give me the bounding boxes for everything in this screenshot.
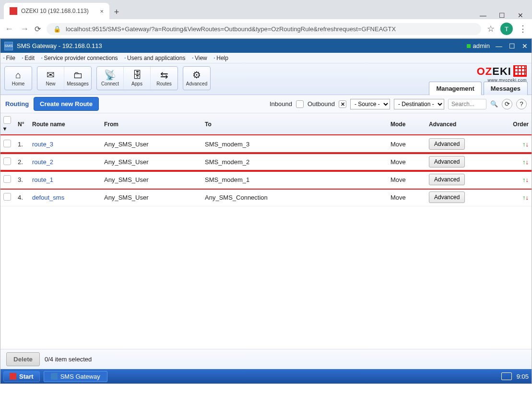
row-advanced-button[interactable]: Advanced bbox=[429, 174, 465, 185]
row-advanced-button[interactable]: Advanced bbox=[429, 192, 465, 203]
url-bar[interactable]: 🔒 localhost:9515/SMS+Gateway/?a=Routing&… bbox=[47, 23, 481, 35]
row-checkbox[interactable] bbox=[3, 157, 11, 165]
menu-users-apps[interactable]: Users and applications bbox=[125, 55, 186, 61]
table-row: 2.route_2Any_SMS_UserSMS_modem_2MoveAdva… bbox=[0, 153, 532, 171]
favicon-icon bbox=[10, 7, 17, 15]
tab-close-icon[interactable]: × bbox=[100, 8, 104, 15]
toolbar-new[interactable]: ✉New bbox=[37, 67, 64, 90]
row-advanced-button[interactable]: Advanced bbox=[429, 138, 465, 150]
keyboard-icon[interactable] bbox=[501, 372, 512, 380]
menu-edit[interactable]: Edit bbox=[22, 55, 35, 61]
row-to: SMS_modem_3 bbox=[202, 135, 388, 153]
row-to: SMS_modem_1 bbox=[202, 171, 388, 189]
order-down-icon[interactable]: ↓ bbox=[526, 194, 529, 201]
row-number: 1. bbox=[15, 135, 29, 153]
row-checkbox[interactable] bbox=[3, 140, 11, 147]
search-input[interactable] bbox=[448, 99, 486, 109]
menu-file[interactable]: File bbox=[3, 55, 15, 61]
toolbar-advanced[interactable]: ⚙Advanced bbox=[183, 67, 210, 90]
menu-help[interactable]: Help bbox=[214, 55, 228, 61]
app-title: SMS Gateway - 192.168.0.113 bbox=[17, 42, 102, 49]
taskbar: Start SMS Gateway 9:05 bbox=[0, 369, 532, 383]
refresh-icon[interactable]: ⟳ bbox=[502, 99, 512, 109]
inbound-label: Inbound bbox=[270, 100, 292, 108]
destination-select[interactable]: - Destination - bbox=[394, 99, 444, 109]
app-minimize-icon[interactable]: — bbox=[496, 42, 502, 50]
col-n[interactable]: N° bbox=[15, 113, 29, 135]
order-down-icon[interactable]: ↓ bbox=[526, 176, 529, 183]
row-mode: Move bbox=[388, 189, 426, 206]
col-route[interactable]: Route name bbox=[29, 113, 101, 135]
route-link[interactable]: route_2 bbox=[32, 158, 53, 166]
address-bar-row: ← → ⟳ 🔒 localhost:9515/SMS+Gateway/?a=Ro… bbox=[0, 19, 532, 38]
routes-table: ▾ N° Route name From To Mode Advanced Or… bbox=[0, 113, 532, 206]
toolbar-apps[interactable]: 🗄Apps bbox=[124, 67, 151, 90]
window-close-icon[interactable]: ✕ bbox=[518, 12, 523, 19]
reload-icon[interactable]: ⟳ bbox=[35, 24, 41, 34]
route-link[interactable]: route_3 bbox=[32, 141, 53, 148]
outbound-checkbox[interactable] bbox=[339, 100, 346, 108]
select-all-checkbox[interactable] bbox=[3, 116, 11, 124]
col-advanced[interactable]: Advanced bbox=[426, 113, 503, 135]
toolbar-messages[interactable]: 🗀Messages bbox=[64, 67, 91, 90]
window-minimize-icon[interactable]: — bbox=[480, 12, 486, 19]
tab-management[interactable]: Management bbox=[429, 82, 481, 95]
routes-table-wrap: ▾ N° Route name From To Mode Advanced Or… bbox=[0, 113, 532, 349]
browser-menu-icon[interactable]: ⋮ bbox=[519, 24, 527, 34]
start-button[interactable]: Start bbox=[3, 371, 40, 382]
footer-bar: Delete 0/4 item selected bbox=[0, 349, 532, 369]
col-mode[interactable]: Mode bbox=[388, 113, 426, 135]
order-down-icon[interactable]: ↓ bbox=[526, 158, 529, 166]
filter-bar: Routing Create new Route Inbound Outboun… bbox=[0, 95, 532, 113]
taskbar-app-button[interactable]: SMS Gateway bbox=[44, 371, 107, 382]
menu-bar: File Edit Service provider connections U… bbox=[0, 53, 532, 63]
row-checkbox[interactable] bbox=[3, 193, 11, 201]
col-from[interactable]: From bbox=[101, 113, 202, 135]
route-link[interactable]: defout_sms bbox=[32, 194, 64, 201]
row-checkbox[interactable] bbox=[3, 175, 11, 183]
taskbar-app-icon bbox=[51, 373, 58, 380]
menu-service-provider[interactable]: Service provider connections bbox=[41, 55, 118, 61]
help-icon[interactable]: ? bbox=[516, 99, 527, 109]
app-close-icon[interactable]: ✕ bbox=[522, 42, 528, 50]
row-mode: Move bbox=[388, 135, 426, 153]
grid-logo-icon bbox=[513, 65, 527, 77]
delete-button[interactable]: Delete bbox=[6, 352, 40, 366]
window-maximize-icon[interactable]: ☐ bbox=[499, 12, 505, 19]
row-advanced-button[interactable]: Advanced bbox=[429, 156, 465, 168]
col-to[interactable]: To bbox=[202, 113, 388, 135]
nav-forward-icon[interactable]: → bbox=[20, 24, 29, 34]
table-row: 1.route_3Any_SMS_UserSMS_modem_3MoveAdva… bbox=[0, 135, 532, 153]
browser-chrome: OZEKI 10 (192.168.0.113) × + — ☐ ✕ ← → ⟳… bbox=[0, 0, 532, 38]
menu-view[interactable]: View bbox=[192, 55, 207, 61]
header-sort-icon[interactable]: ▾ bbox=[3, 125, 6, 132]
browser-tab[interactable]: OZEKI 10 (192.168.0.113) × bbox=[4, 3, 109, 19]
content-tabs: Management Messages bbox=[427, 82, 528, 95]
toolbar-routes[interactable]: ⇆Routes bbox=[151, 67, 177, 90]
nav-buttons: ← → bbox=[5, 24, 29, 34]
row-to: SMS_modem_2 bbox=[202, 153, 388, 171]
tab-messages[interactable]: Messages bbox=[484, 82, 528, 95]
order-down-icon[interactable]: ↓ bbox=[526, 141, 529, 148]
app-window: SMS SMS Gateway - 192.168.0.113 admin — … bbox=[0, 38, 532, 384]
toolbar-connect[interactable]: 📡Connect bbox=[97, 67, 124, 90]
url-text: localhost:9515/SMS+Gateway/?a=Routing&Vi… bbox=[66, 25, 396, 33]
bookmark-star-icon[interactable]: ☆ bbox=[487, 24, 495, 34]
profile-avatar[interactable]: T bbox=[500, 23, 513, 35]
route-link[interactable]: route_1 bbox=[32, 176, 53, 183]
search-icon[interactable]: 🔍 bbox=[490, 100, 498, 108]
source-select[interactable]: - Source - bbox=[350, 99, 390, 109]
status-dot-icon bbox=[467, 44, 471, 48]
create-route-button[interactable]: Create new Route bbox=[34, 97, 99, 111]
new-tab-button[interactable]: + bbox=[109, 5, 124, 19]
app-maximize-icon[interactable]: ☐ bbox=[509, 42, 515, 50]
new-icon: ✉ bbox=[47, 70, 55, 80]
inbound-checkbox[interactable] bbox=[296, 100, 304, 108]
row-number: 2. bbox=[15, 153, 29, 171]
app-titlebar: SMS SMS Gateway - 192.168.0.113 admin — … bbox=[0, 39, 532, 53]
row-mode: Move bbox=[388, 171, 426, 189]
col-order[interactable]: Order bbox=[503, 113, 532, 135]
table-row: 3.route_1Any_SMS_UserSMS_modem_1MoveAdva… bbox=[0, 171, 532, 189]
nav-back-icon[interactable]: ← bbox=[5, 24, 13, 34]
toolbar-home[interactable]: ⌂Home bbox=[5, 67, 32, 90]
